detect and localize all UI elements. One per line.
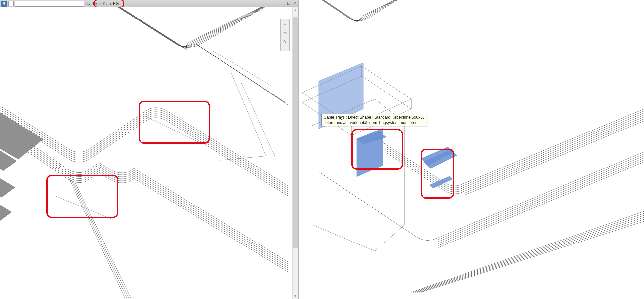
nav-home-icon[interactable]: ⌂ — [281, 21, 289, 28]
nav-expand-chevron-icon[interactable]: ▾ — [284, 47, 286, 50]
tooltip-line1: Cable Trays : Direct Shape : Standard Ka… — [324, 115, 425, 120]
revit-app-icon[interactable]: R — [1, 1, 7, 7]
file-extension-label: .ifc - — [85, 1, 92, 6]
svg-marker-2 — [0, 172, 15, 197]
scroll-up-arrow-icon[interactable]: ▲ — [293, 7, 298, 13]
view-nav-panel: ⌂ 2D 🔍 ▾ — [280, 19, 290, 51]
vertical-scrollbar[interactable]: ▲ ▼ — [292, 7, 298, 299]
floorplan-viewport[interactable]: ⌂ 2D 🔍 ▾ — [0, 7, 298, 299]
svg-marker-3 — [0, 199, 12, 222]
nav-zoom-icon[interactable]: 🔍 — [281, 38, 289, 45]
document-icon — [8, 1, 14, 6]
view-name-label: Floor Plan: EG — [93, 1, 119, 6]
filename-input[interactable] — [15, 1, 84, 7]
3d-viewport[interactable]: Cable Trays : Direct Shape : Standard Ka… — [299, 0, 644, 299]
nav-2d-icon[interactable]: 2D — [281, 29, 289, 37]
floorplan-svg — [0, 7, 292, 299]
close-button[interactable]: ✕ — [292, 1, 297, 6]
minimize-button[interactable]: — — [280, 1, 285, 6]
scroll-thumb[interactable] — [293, 17, 298, 248]
tooltip-line2: liefern und auf verlegefähigem Tragsyste… — [324, 120, 425, 125]
3d-svg — [299, 0, 644, 299]
title-bar: R .ifc - Floor Plan: EG — ☐ ✕ — [0, 0, 298, 7]
svg-marker-9 — [429, 176, 453, 188]
maximize-button[interactable]: ☐ — [286, 1, 291, 6]
window-controls: — ☐ ✕ — [280, 0, 298, 7]
scroll-down-arrow-icon[interactable]: ▼ — [293, 293, 298, 299]
element-tooltip: Cable Trays : Direct Shape : Standard Ka… — [321, 114, 427, 126]
